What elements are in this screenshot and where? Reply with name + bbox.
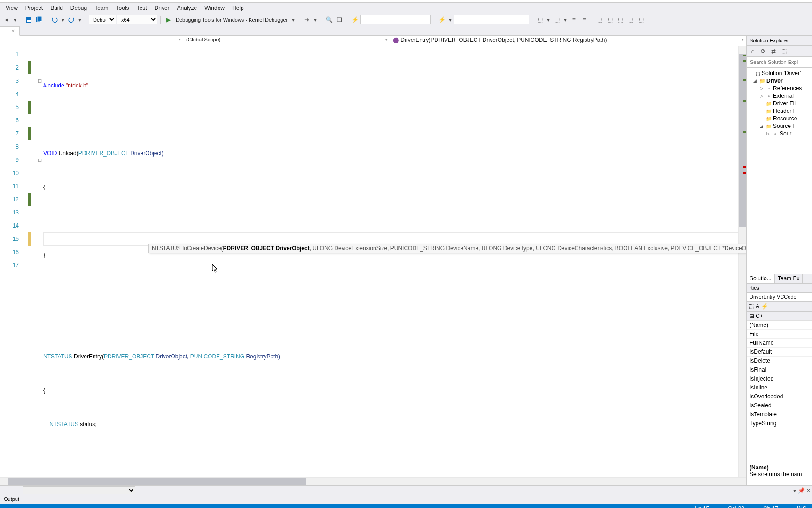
property-row[interactable]: IsOverloaded xyxy=(747,392,812,401)
status-ins: INS xyxy=(797,505,806,508)
nav-scope-dropdown[interactable]: (Global Scope) xyxy=(183,36,390,46)
external-icon: ▫ xyxy=(765,93,772,99)
menu-debug[interactable]: Debug xyxy=(67,3,91,13)
cpp-file-icon: ▫ xyxy=(772,130,779,137)
menu-tools[interactable]: Tools xyxy=(112,3,133,13)
main-toolbar: ◄ ▾ ▾ ▾ Debug x64 ▶ Debugging Tools for … xyxy=(0,13,812,26)
status-line: Ln 15 xyxy=(695,505,709,508)
menu-view[interactable]: View xyxy=(2,3,22,13)
properties-title: rties xyxy=(747,284,812,293)
parameter-info-tooltip: NTSTATUS IoCreateDevice(PDRIVER_OBJECT D… xyxy=(148,244,746,253)
property-description: (Name) Sets/returns the nam xyxy=(747,462,812,485)
close-panel-icon[interactable]: × xyxy=(807,487,810,494)
se-home-icon[interactable]: ⌂ xyxy=(749,47,757,56)
se-sync-icon[interactable]: ⇄ xyxy=(769,47,778,56)
se-bottom-tabs: Solutio... Team Ex xyxy=(747,274,812,283)
pin-icon[interactable]: ▾ xyxy=(793,487,796,494)
menu-help[interactable]: Help xyxy=(228,3,248,13)
navigation-bar: (Global Scope) ⬤ DriverEntry(PDRIVER_OBJ… xyxy=(0,36,746,46)
categorized-icon[interactable]: ⬚ xyxy=(749,303,754,310)
folder-icon: 📁 xyxy=(765,108,772,114)
output-tab[interactable]: Output xyxy=(0,495,812,504)
menu-driver[interactable]: Driver xyxy=(151,3,173,13)
platform-select[interactable]: x64 xyxy=(117,15,157,24)
find-button[interactable]: 🔍 xyxy=(324,15,334,24)
nav-function-dropdown[interactable]: ⬤ DriverEntry(PDRIVER_OBJECT DriverObjec… xyxy=(390,36,746,46)
property-row[interactable]: (Name) xyxy=(747,321,812,330)
output-toolbar: ▾ 📌 × xyxy=(0,485,812,495)
output-source-select[interactable] xyxy=(23,486,135,494)
navigate-dropdown[interactable]: ▾ xyxy=(12,15,18,24)
menu-analyze[interactable]: Analyze xyxy=(173,3,201,13)
property-row[interactable]: IsDefault xyxy=(747,348,812,357)
alphabetical-icon[interactable]: A xyxy=(756,303,759,310)
events-icon[interactable]: ⚡ xyxy=(761,303,768,310)
menu-team[interactable]: Team xyxy=(91,3,112,13)
undo-dropdown[interactable]: ▾ xyxy=(60,15,66,24)
navigate-back-button[interactable]: ◄ xyxy=(2,15,11,24)
property-row[interactable]: IsFinal xyxy=(747,365,812,374)
solution-tree[interactable]: ⬚Solution 'Driver' ◢📁Driver ▷▫References… xyxy=(747,68,812,274)
property-row[interactable]: IsSealed xyxy=(747,401,812,410)
properties-grid[interactable]: ⊟ C++ (Name)FileFullNameIsDefaultIsDelet… xyxy=(747,312,812,462)
menu-window[interactable]: Window xyxy=(201,3,228,13)
fold-column[interactable]: ⊟ ⊟ xyxy=(36,46,43,477)
svg-rect-1 xyxy=(27,20,31,22)
start-debug-button[interactable]: ▶ xyxy=(164,15,173,24)
tab-team-explorer[interactable]: Team Ex xyxy=(775,274,803,283)
code-editor[interactable]: #include "ntddk.h" VOID Unload(PDRIVER_O… xyxy=(43,46,738,477)
folder-icon: 📁 xyxy=(765,115,772,122)
menu-build[interactable]: Build xyxy=(47,3,67,13)
property-row[interactable]: IsInline xyxy=(747,383,812,392)
function-icon: ⬤ xyxy=(393,37,400,43)
quick-launch[interactable] xyxy=(454,15,529,24)
solution-explorer-title: Solution Explorer xyxy=(747,36,812,46)
property-row[interactable]: TypeString xyxy=(747,419,812,428)
se-showall-icon[interactable]: ⬚ xyxy=(780,47,788,56)
find-input[interactable] xyxy=(360,15,431,24)
folder-icon: 📁 xyxy=(765,123,772,129)
debug-target-label[interactable]: Debugging Tools for Windows - Kernel Deb… xyxy=(174,17,289,23)
se-search-input[interactable] xyxy=(748,58,811,66)
auto-hide-icon[interactable]: 📌 xyxy=(798,487,805,494)
menu-test[interactable]: Test xyxy=(133,3,151,13)
comment-button[interactable]: ❏ xyxy=(335,15,344,24)
se-toolbar: ⌂ ⟳ ⇄ ⬚ xyxy=(747,46,812,57)
property-row[interactable]: IsDelete xyxy=(747,357,812,365)
menu-bar: View Project Build Debug Team Tools Test… xyxy=(0,3,812,13)
property-row[interactable]: File xyxy=(747,330,812,339)
solution-icon: ⬚ xyxy=(754,70,761,77)
save-all-button[interactable] xyxy=(34,15,44,24)
vertical-scrollbar[interactable] xyxy=(738,46,746,477)
property-row[interactable]: IsTemplate xyxy=(747,410,812,419)
config-select[interactable]: Debug xyxy=(89,15,116,24)
undo-button[interactable] xyxy=(50,15,59,24)
menu-project[interactable]: Project xyxy=(22,3,47,13)
debug-target-dropdown[interactable]: ▾ xyxy=(290,15,296,24)
svg-rect-3 xyxy=(37,16,42,21)
references-icon: ▫ xyxy=(765,85,772,92)
document-tabs: × xyxy=(0,26,812,36)
project-icon: 📁 xyxy=(759,78,765,84)
property-row[interactable]: FullName xyxy=(747,339,812,348)
change-markers xyxy=(28,46,36,477)
horizontal-scrollbar[interactable] xyxy=(0,477,746,485)
redo-dropdown[interactable]: ▾ xyxy=(77,15,83,24)
se-refresh-icon[interactable]: ⟳ xyxy=(759,47,767,56)
status-col: Col 20 xyxy=(728,505,744,508)
source-tab[interactable]: × xyxy=(0,26,20,36)
nav-project-dropdown[interactable] xyxy=(0,36,183,46)
save-button[interactable] xyxy=(24,15,33,24)
line-numbers: 1234 5678 9101112 13141516 17 xyxy=(0,46,28,477)
folder-icon: 📁 xyxy=(765,100,772,107)
property-row[interactable]: IsInjected xyxy=(747,374,812,383)
step-button[interactable]: ➜ xyxy=(302,15,312,24)
status-ch: Ch 17 xyxy=(763,505,778,508)
tab-close-icon[interactable]: × xyxy=(10,28,16,34)
status-bar: Ln 15 Col 20 Ch 17 INS xyxy=(0,504,812,508)
properties-object[interactable]: DriverEntry VCCode xyxy=(747,293,812,302)
redo-button[interactable] xyxy=(67,15,76,24)
tab-solution-explorer[interactable]: Solutio... xyxy=(747,274,775,283)
